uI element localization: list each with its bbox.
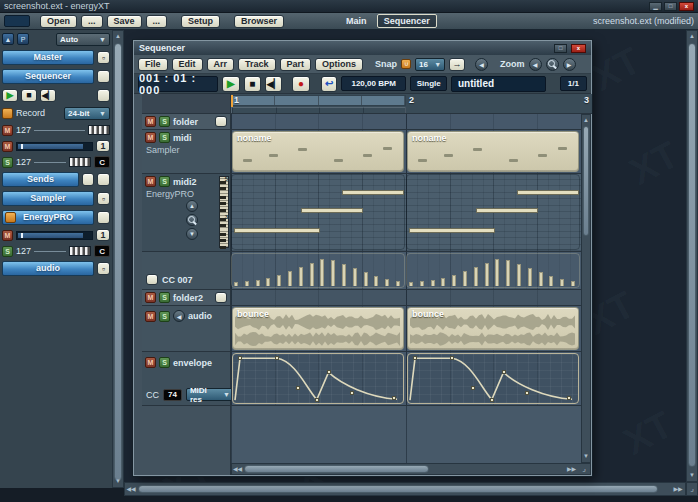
note-dash[interactable] [444,154,453,157]
note-dash[interactable] [558,147,567,150]
sends-button-1[interactable] [82,173,94,186]
envelope-node[interactable] [350,391,354,395]
right-scrollbar[interactable]: ▲ ▼ [686,30,698,482]
plugin-icon[interactable]: P [17,33,29,45]
note-dash[interactable] [363,154,372,157]
stop-icon[interactable]: ■ [21,89,37,102]
zoom-tool-icon[interactable] [546,58,559,71]
arrangement-audio-row[interactable]: bouncebounce [231,306,581,352]
cc-bar[interactable] [266,278,270,286]
note-dash[interactable] [418,159,427,162]
sends-strip[interactable]: Sends [2,172,79,187]
energypro-strip[interactable]: EnergyPRO [2,210,94,225]
mode-display[interactable]: Single [410,76,447,91]
folder-collapse-button[interactable] [215,292,227,303]
pan-slider[interactable] [34,251,66,252]
solo-button[interactable]: S [159,292,170,303]
cc-bar[interactable] [528,268,532,286]
rewind-icon[interactable]: ◀▏ [40,89,56,102]
cc-bar[interactable] [288,271,292,286]
cc-bar[interactable] [452,275,456,286]
pan-slider[interactable] [34,162,66,163]
arrangement-midi-row[interactable]: nonamenoname [231,130,581,174]
resize-grip[interactable]: ⌟ [579,464,589,474]
cc-bar[interactable] [364,272,368,286]
playhead[interactable] [231,95,233,107]
sampler-edit-button[interactable]: ▫ [97,192,110,205]
envelope-node[interactable] [315,398,319,402]
envelope-part[interactable] [232,353,404,404]
solo-button[interactable]: S [159,132,170,143]
envelope-part[interactable] [407,353,579,404]
cc-bar[interactable] [299,267,303,286]
scroll-up-icon[interactable]: ▲ [687,31,697,41]
sends-button-2[interactable] [97,173,110,186]
cc-bar[interactable] [431,280,435,286]
window-horizontal-scrollbar[interactable]: ◀◀ ▶▶ ⌟ [231,463,591,475]
zoom-out-icon[interactable]: ◀ [529,58,542,71]
tab-sequencer[interactable]: Sequencer [377,14,437,28]
menu-part[interactable]: Part [280,58,312,71]
track-header-envelope[interactable]: MSenvelope CC 74 MIDI res▼ [142,352,231,406]
note-dash[interactable] [298,148,307,151]
cc-bar[interactable] [539,272,543,286]
midi-part[interactable]: noname [407,131,579,172]
cc-bar[interactable] [549,276,553,286]
cc-bar[interactable] [441,278,445,286]
sequencer-edit-button[interactable] [97,70,110,83]
cc-mode-dropdown[interactable]: MIDI res▼ [186,388,234,401]
menu-arr[interactable]: Arr [207,58,235,71]
solo-button[interactable]: S [2,157,13,168]
envelope-node[interactable] [392,396,396,400]
cc-bar[interactable] [234,282,238,286]
cc-bar[interactable] [506,260,510,286]
instrument-name[interactable]: Sampler [142,145,230,155]
close-icon[interactable]: x [679,2,694,11]
mute-button[interactable]: M [145,116,156,127]
rewind-icon[interactable]: ◀▏ [265,76,282,92]
track-header-cc007[interactable]: CC 007 [142,252,231,290]
scrollbar-thumb[interactable] [114,43,122,481]
setup-button[interactable]: Setup [181,15,220,28]
mute-button[interactable]: M [2,125,13,136]
arrangement-cc-row[interactable] [231,252,581,290]
envelope-node[interactable] [296,386,300,390]
mute-button[interactable]: M [145,292,156,303]
mute-button[interactable]: M [2,141,13,152]
cc-bar[interactable] [560,279,564,286]
song-name-display[interactable]: untitled [451,76,546,92]
envelope-node[interactable] [525,391,529,395]
audio-edit-button[interactable]: ▫ [97,262,110,275]
envelope-node[interactable] [238,356,242,360]
zoom-in-icon[interactable]: ▶ [563,58,576,71]
tab-main[interactable]: Main [340,15,373,27]
envelope-node[interactable] [327,370,331,374]
speaker-icon[interactable]: ◀ [475,58,488,71]
cc-bar[interactable] [474,267,478,286]
mute-button[interactable]: M [145,176,156,187]
pianoroll-part[interactable] [406,174,580,250]
channel-number-button[interactable]: 1 [96,140,110,152]
note-dash[interactable] [269,154,278,157]
track-header-folder2[interactable]: MSfolder2 [142,290,231,306]
cc-bar[interactable] [256,280,260,286]
note-dash[interactable] [334,159,343,162]
mute-button[interactable]: M [145,311,156,322]
solo-button[interactable]: S [159,176,170,187]
minimize-icon[interactable]: ▁ [649,2,662,11]
save-more-button[interactable]: ... [146,15,168,28]
master-edit-button[interactable]: ▫ [97,51,110,64]
cc-bar[interactable] [571,281,575,286]
cc-part[interactable] [231,253,405,288]
scrollbar-thumb[interactable] [244,465,429,473]
open-button[interactable]: Open [40,15,77,28]
arrangement-pianoroll-row[interactable] [231,174,581,252]
sequencer-titlebar[interactable]: Sequencer □ x [134,41,591,55]
up-arrow-icon[interactable]: ▲ [2,33,14,45]
maximize-icon[interactable]: □ [664,2,677,11]
cc-bar[interactable] [310,263,314,286]
loop-region[interactable] [231,95,406,106]
play-icon[interactable]: ▶ [2,89,18,102]
scrollbar-thumb[interactable] [138,485,658,493]
play-icon[interactable]: ▶ [222,76,239,92]
